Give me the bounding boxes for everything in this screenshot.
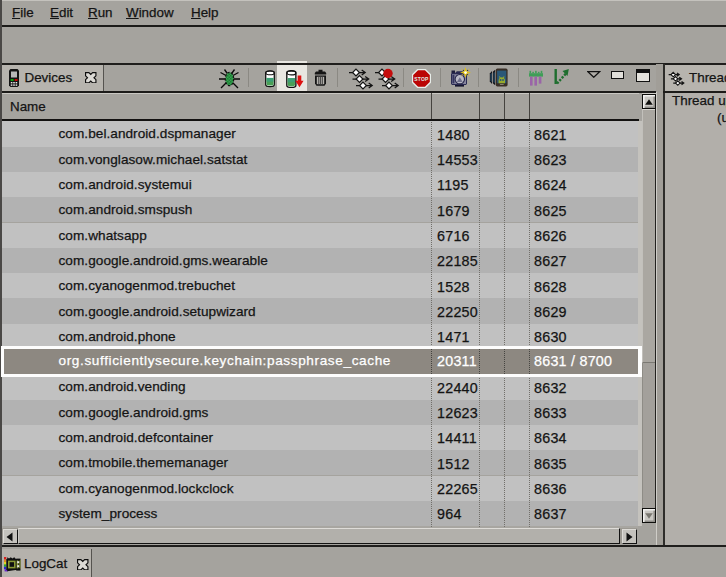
svg-text:STOP: STOP <box>414 75 429 81</box>
